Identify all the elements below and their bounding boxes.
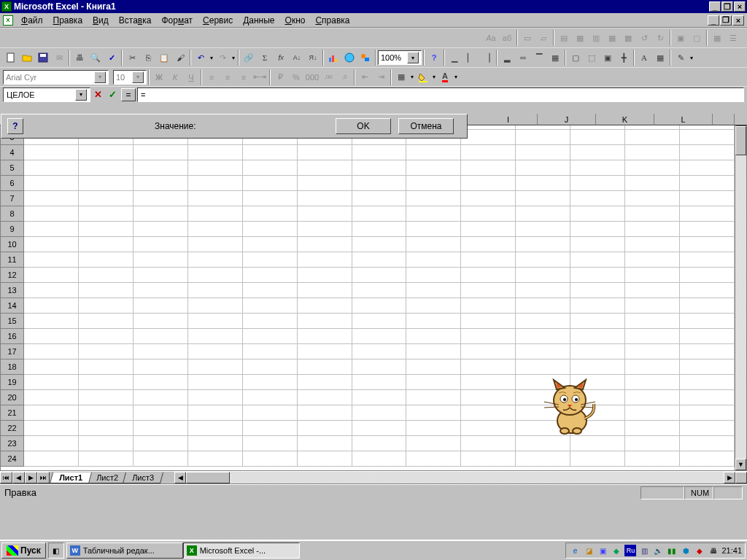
tools-dropdown[interactable]: ▾	[689, 50, 694, 66]
cell[interactable]	[680, 252, 735, 268]
cell[interactable]	[243, 421, 298, 436]
cell[interactable]	[243, 405, 298, 421]
cell[interactable]	[133, 421, 188, 436]
row-header-16[interactable]: 16	[1, 329, 24, 344]
cell[interactable]	[352, 405, 407, 421]
cell[interactable]	[461, 375, 516, 390]
cell[interactable]	[133, 145, 188, 160]
cell[interactable]	[680, 298, 735, 314]
print-preview-icon[interactable]: 🔍	[88, 50, 104, 66]
decrease-decimal-icon[interactable]: ,0	[336, 69, 352, 85]
tray-app2-icon[interactable]: ▣	[597, 545, 608, 556]
menu-справка[interactable]: Справка	[310, 14, 355, 27]
cell[interactable]	[188, 314, 243, 329]
cell[interactable]	[188, 405, 243, 421]
cell[interactable]	[24, 283, 79, 298]
cell[interactable]	[133, 359, 188, 375]
cell[interactable]	[406, 359, 461, 375]
cell[interactable]	[625, 176, 680, 191]
tray-app5-icon[interactable]: ◆	[694, 545, 705, 556]
cell[interactable]	[243, 252, 298, 268]
cell[interactable]	[352, 344, 407, 359]
cell[interactable]	[352, 145, 407, 160]
cell[interactable]	[133, 191, 188, 206]
cell[interactable]	[188, 252, 243, 268]
row-header-6[interactable]: 6	[1, 176, 24, 191]
cell[interactable]	[516, 176, 570, 191]
cell[interactable]	[188, 160, 243, 176]
cell[interactable]	[680, 421, 735, 436]
toggle-grid-icon[interactable]: ▦	[652, 50, 668, 66]
cell[interactable]	[24, 421, 79, 436]
cell[interactable]	[625, 222, 680, 237]
print-icon[interactable]: 🖶	[71, 50, 88, 66]
cell[interactable]	[461, 405, 516, 421]
cell[interactable]	[680, 268, 735, 283]
cell[interactable]	[461, 145, 516, 160]
cell[interactable]	[79, 252, 133, 268]
cell[interactable]	[625, 421, 680, 436]
cell[interactable]	[461, 436, 516, 451]
col-header-L[interactable]: L	[654, 114, 713, 125]
cell[interactable]	[461, 252, 516, 268]
cell[interactable]	[516, 268, 570, 283]
cell[interactable]	[79, 359, 133, 375]
cell[interactable]	[406, 298, 461, 314]
cell[interactable]	[133, 405, 188, 421]
cell[interactable]	[625, 390, 680, 405]
document-icon[interactable]: X	[3, 15, 13, 26]
row-header-7[interactable]: 7	[1, 191, 24, 206]
cell[interactable]	[406, 206, 461, 222]
border-double-icon[interactable]: ═	[515, 50, 531, 66]
cell[interactable]	[352, 237, 407, 252]
cell[interactable]	[188, 145, 243, 160]
row-header-20[interactable]: 20	[1, 390, 24, 405]
cell[interactable]	[516, 283, 570, 298]
cell[interactable]	[298, 252, 352, 268]
cell[interactable]	[298, 176, 352, 191]
cell[interactable]	[625, 145, 680, 160]
new-icon[interactable]	[3, 50, 19, 66]
increase-indent-icon[interactable]: ⇥	[373, 69, 389, 85]
horizontal-scrollbar[interactable]: ◀ ▶	[174, 472, 735, 483]
cell[interactable]	[570, 298, 625, 314]
row-header-17[interactable]: 17	[1, 344, 24, 359]
cell[interactable]	[680, 329, 735, 344]
cell[interactable]	[625, 375, 680, 390]
cell[interactable]	[133, 436, 188, 451]
menu-формат[interactable]: Формат	[156, 14, 198, 27]
sheet-next-button[interactable]: ▶	[25, 472, 37, 483]
sheet-tab-Лист2[interactable]: Лист2	[87, 472, 128, 483]
cell[interactable]	[243, 436, 298, 451]
italic-icon[interactable]: К	[167, 69, 183, 85]
cells-area[interactable]	[24, 114, 735, 470]
cell[interactable]	[298, 421, 352, 436]
cell[interactable]	[406, 375, 461, 390]
cell[interactable]	[133, 314, 188, 329]
cell[interactable]	[570, 283, 625, 298]
cell[interactable]	[298, 268, 352, 283]
taskbar-item-word[interactable]: W Табличный редак...	[66, 542, 183, 559]
cell[interactable]	[570, 436, 625, 451]
cell[interactable]	[461, 206, 516, 222]
row-header-10[interactable]: 10	[1, 237, 24, 252]
cell[interactable]	[461, 421, 516, 436]
cell[interactable]	[461, 222, 516, 237]
merge-center-icon[interactable]: ⇤⇥	[252, 69, 268, 85]
cell[interactable]	[243, 283, 298, 298]
cell[interactable]	[406, 405, 461, 421]
hscroll-thumb[interactable]	[186, 472, 230, 483]
fill-color-icon[interactable]	[415, 69, 431, 85]
cell[interactable]	[24, 390, 79, 405]
font-name-combo[interactable]: Arial Cyr▾	[3, 70, 109, 85]
cell[interactable]	[625, 268, 680, 283]
cell[interactable]	[570, 222, 625, 237]
cell[interactable]	[680, 283, 735, 298]
menu-сервис[interactable]: Сервис	[198, 14, 238, 27]
cell[interactable]	[133, 237, 188, 252]
cancel-button[interactable]: Отмена	[398, 118, 454, 134]
border-left-icon[interactable]: ▏	[462, 50, 479, 66]
menu-окно[interactable]: Окно	[280, 14, 311, 27]
cell[interactable]	[243, 176, 298, 191]
cell[interactable]	[570, 237, 625, 252]
